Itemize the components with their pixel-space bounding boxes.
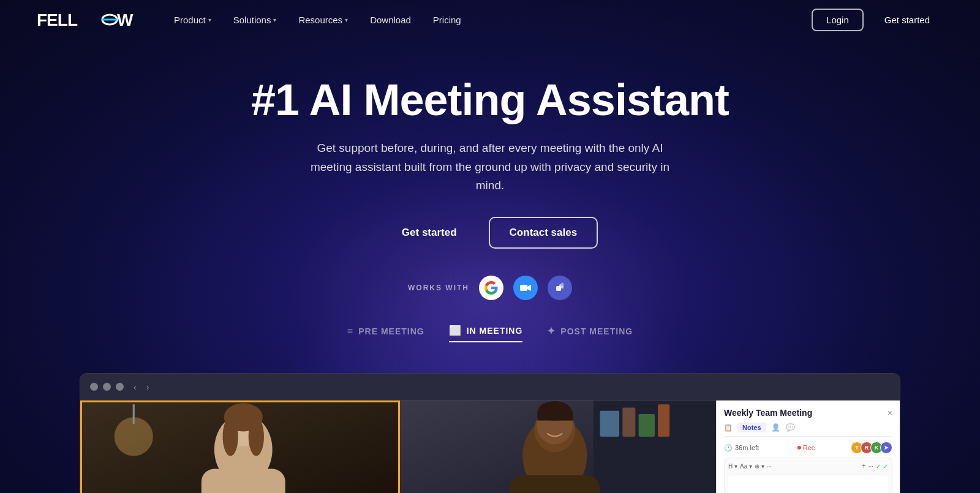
video-panel-woman — [80, 401, 400, 493]
meeting-info-bar: 🕐 36m left Rec T R K ➤ — [724, 442, 892, 454]
meeting-title: Weekly Team Meeting — [724, 408, 892, 418]
get-started-hero-button[interactable]: Get started — [382, 218, 477, 247]
browser-bar: ‹ › — [80, 374, 900, 401]
zoom-icon — [513, 276, 538, 300]
notes-icon: 📋 — [724, 424, 733, 432]
browser-forward-arrow[interactable]: › — [146, 382, 149, 392]
get-started-nav-button[interactable]: Get started — [871, 10, 943, 30]
close-button[interactable]: × — [888, 408, 892, 418]
editor-content[interactable] — [728, 476, 888, 493]
tab-pre-meeting[interactable]: ≡ PRE MEETING — [347, 326, 424, 342]
avatar-send: ➤ — [880, 442, 892, 454]
person-bg-right — [400, 401, 716, 493]
chat-bubble-icon: 💬 — [786, 423, 796, 432]
svg-rect-31 — [510, 475, 600, 493]
more-options-icon[interactable]: ··· — [767, 463, 772, 470]
svg-rect-4 — [520, 285, 527, 291]
person-icon: 👤 — [771, 423, 781, 432]
svg-point-17 — [249, 418, 264, 456]
avatar-group: T R K ➤ — [853, 442, 892, 454]
chat-icon: ⬜ — [449, 325, 462, 336]
hero-buttons: Get started Contact sales — [12, 217, 968, 249]
recording-badge: Rec — [797, 444, 815, 451]
chevron-down-icon: ▾ — [273, 17, 276, 23]
time-remaining: 🕐 36m left — [724, 444, 759, 452]
svg-marker-5 — [527, 285, 531, 291]
svg-text:FELL: FELL — [37, 10, 78, 29]
browser-mockup: ‹ › — [80, 373, 900, 493]
window-dot-1 — [90, 383, 98, 391]
nav-resources[interactable]: Resources ▾ — [290, 10, 356, 30]
nav-pricing[interactable]: Pricing — [424, 10, 470, 30]
clock-icon: 🕐 — [724, 444, 733, 452]
tab-post-meeting[interactable]: ✦ POST MEETING — [547, 325, 633, 342]
panel-toolbar: 📋 Notes 👤 💬 — [724, 423, 892, 437]
svg-point-8 — [561, 283, 564, 286]
notes-tab[interactable]: Notes — [737, 423, 766, 432]
editor-area[interactable]: H ▾ Aa ▾ ⊕ ▾ ··· + ··· ✓ ✓ — [724, 457, 892, 493]
google-meet-icon — [479, 276, 503, 300]
nav-product[interactable]: Product ▾ — [165, 10, 220, 30]
svg-rect-18 — [202, 469, 285, 493]
teams-icon — [548, 276, 572, 300]
list-icon: ≡ — [347, 326, 353, 337]
rec-indicator — [797, 446, 801, 450]
nav-links: Product ▾ Solutions ▾ Resources ▾ Downlo… — [165, 10, 812, 30]
tab-in-meeting[interactable]: ⬜ IN MEETING — [449, 325, 523, 342]
video-panel-man — [400, 401, 716, 493]
nav-solutions[interactable]: Solutions ▾ — [225, 10, 285, 30]
svg-rect-24 — [639, 414, 655, 437]
works-with-label: WORKS WITH — [408, 284, 469, 292]
editor-toolbar: H ▾ Aa ▾ ⊕ ▾ ··· + ··· ✓ ✓ — [728, 462, 888, 473]
extra-options-icon[interactable]: ··· — [869, 463, 873, 470]
meeting-panel: × Weekly Team Meeting 📋 Notes 👤 💬 🕐 36m … — [716, 401, 900, 493]
person-bg-left — [82, 402, 398, 493]
hero-section: #1 AI Meeting Assistant Get support befo… — [0, 39, 980, 373]
svg-rect-22 — [600, 411, 619, 437]
hero-subheadline: Get support before, during, and after ev… — [306, 139, 674, 195]
window-dot-3 — [116, 383, 124, 391]
font-selector[interactable]: Aa ▾ — [740, 463, 752, 470]
login-button[interactable]: Login — [812, 9, 864, 31]
chevron-down-icon: ▾ — [345, 17, 348, 23]
logo[interactable]: FELL W — [37, 9, 135, 31]
nav-download[interactable]: Download — [361, 10, 420, 30]
sparkle-icon: ✦ — [547, 325, 556, 337]
check-icon-2: ✓ — [883, 463, 888, 470]
chevron-down-icon: ▾ — [208, 17, 211, 23]
browser-back-arrow[interactable]: ‹ — [134, 382, 137, 392]
svg-rect-30 — [537, 411, 573, 421]
browser-content: × Weekly Team Meeting 📋 Notes 👤 💬 🕐 36m … — [80, 401, 900, 493]
nav-right: Login Get started — [812, 9, 943, 31]
contact-sales-button[interactable]: Contact sales — [489, 217, 598, 249]
add-icon[interactable]: + — [862, 462, 866, 470]
works-with-section: WORKS WITH — [12, 276, 968, 300]
meeting-tabs: ≡ PRE MEETING ⬜ IN MEETING ✦ POST MEETIN… — [12, 325, 968, 342]
insert-icon[interactable]: ⊕ ▾ — [755, 463, 764, 470]
navbar: FELL W Product ▾ Solutions ▾ Resources ▾… — [0, 0, 980, 39]
svg-rect-23 — [622, 408, 635, 437]
window-dot-2 — [103, 383, 111, 391]
heading-selector[interactable]: H ▾ — [728, 463, 737, 470]
svg-point-16 — [223, 418, 238, 456]
check-icon-1: ✓ — [876, 463, 881, 470]
svg-text:W: W — [117, 10, 134, 29]
svg-rect-25 — [658, 405, 669, 437]
hero-headline: #1 AI Meeting Assistant — [12, 76, 968, 124]
